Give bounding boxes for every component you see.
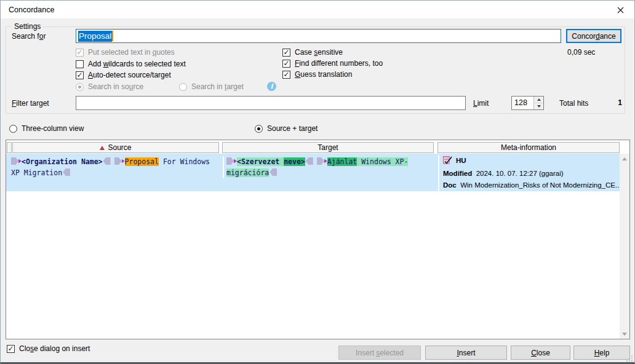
checkbox-box bbox=[282, 49, 290, 57]
language-code: HU bbox=[456, 157, 466, 164]
checkbox-box bbox=[76, 60, 84, 68]
spinner-down-icon[interactable] bbox=[534, 103, 543, 109]
checkbox-box bbox=[282, 60, 290, 68]
search-input-selected-text: Proposal bbox=[78, 31, 112, 42]
modified-entry-icon bbox=[443, 156, 452, 168]
target-cell: <Szervezet neve>Ajánlat Windows XP-migrá… bbox=[223, 156, 434, 178]
checkbox-box bbox=[7, 345, 15, 353]
radio-three-column-view[interactable]: Three-column view bbox=[9, 124, 84, 133]
limit-spinner[interactable]: 128 bbox=[511, 96, 544, 110]
close-tag-icon bbox=[270, 168, 277, 176]
checkbox-box bbox=[76, 49, 84, 57]
results-table: Source Target Meta-information <Organiza… bbox=[6, 140, 630, 339]
source-cell: <Organization Name>Proposal For Windows … bbox=[11, 156, 219, 178]
checkbox-put-quotes[interactable]: Put selected text in quotes bbox=[76, 48, 175, 57]
checkbox-add-wildcards[interactable]: Add wildcards to selected text bbox=[76, 60, 186, 68]
filter-target-label: Filter target bbox=[12, 99, 49, 108]
radio-circle bbox=[255, 125, 263, 133]
checkbox-find-numbers[interactable]: Find different numbers, too bbox=[282, 59, 383, 68]
info-icon[interactable] bbox=[267, 82, 276, 91]
window-title: Concordance bbox=[9, 6, 54, 14]
checkbox-box bbox=[76, 71, 84, 79]
row-marker-column-header bbox=[7, 142, 12, 153]
elapsed-time: 0,09 sec bbox=[567, 48, 595, 57]
limit-label: Limit bbox=[473, 99, 489, 108]
checkbox-close-on-insert[interactable]: Close dialog on insert bbox=[7, 344, 90, 353]
result-row[interactable]: <Organization Name>Proposal For Windows … bbox=[6, 154, 620, 191]
open-tag-icon bbox=[226, 157, 237, 165]
checkbox-auto-detect[interactable]: Auto-detect source/target bbox=[76, 71, 171, 79]
filter-target-input[interactable] bbox=[76, 96, 466, 110]
radio-search-in-source[interactable]: Search in source bbox=[76, 82, 143, 91]
checkbox-guess-translation[interactable]: Guess translation bbox=[282, 70, 352, 79]
doc-value: Win Modernization_Risks of Not Modernizi… bbox=[460, 181, 620, 189]
radio-circle bbox=[9, 125, 17, 133]
insert-selected-button[interactable]: Insert selected bbox=[338, 346, 421, 360]
help-button[interactable]: Help bbox=[573, 346, 630, 360]
radio-search-in-target[interactable]: Search in target bbox=[179, 82, 244, 91]
search-for-label: Search for bbox=[12, 32, 46, 41]
column-header-target[interactable]: Target bbox=[222, 142, 434, 153]
search-input[interactable]: Proposal bbox=[76, 29, 561, 43]
spinner-up-icon[interactable] bbox=[534, 97, 543, 103]
radio-circle bbox=[179, 83, 187, 91]
sort-ascending-icon bbox=[100, 146, 105, 150]
checkbox-box bbox=[282, 71, 290, 79]
close-tag-icon bbox=[63, 168, 70, 176]
open-tag-icon bbox=[11, 157, 22, 165]
scroll-up-icon[interactable] bbox=[620, 154, 629, 164]
text-caret bbox=[112, 31, 113, 41]
close-button[interactable]: Close bbox=[511, 346, 570, 360]
column-header-meta[interactable]: Meta-information bbox=[437, 142, 620, 153]
close-tag-icon bbox=[306, 157, 313, 165]
settings-group-label: Settings bbox=[12, 22, 43, 31]
radio-circle bbox=[76, 83, 84, 91]
open-tag-icon bbox=[114, 157, 125, 165]
close-tag-icon bbox=[103, 157, 111, 165]
checkbox-case-sensitive[interactable]: Case sensitive bbox=[282, 48, 343, 57]
total-hits-label: Total hits bbox=[559, 99, 588, 108]
radio-source-plus-target[interactable]: Source + target bbox=[255, 124, 318, 133]
concordance-button[interactable]: Concordance bbox=[566, 29, 621, 43]
concordance-dialog: Concordance Settings Search for Proposal… bbox=[0, 0, 635, 364]
vertical-scrollbar[interactable] bbox=[620, 154, 629, 339]
scroll-down-icon[interactable] bbox=[620, 329, 629, 339]
insert-button[interactable]: Insert bbox=[425, 346, 507, 360]
open-tag-icon bbox=[317, 157, 327, 165]
limit-value[interactable]: 128 bbox=[512, 97, 533, 109]
resize-grip[interactable] bbox=[626, 355, 633, 362]
meta-cell: HU Modified 2024. 10. 07. 12:27 (ggarai)… bbox=[438, 155, 620, 191]
close-icon[interactable] bbox=[612, 5, 628, 15]
column-header-source[interactable]: Source bbox=[12, 142, 219, 153]
search-hit-highlight: Proposal bbox=[125, 157, 159, 166]
modified-value: 2024. 10. 07. 12:27 (ggarai) bbox=[476, 170, 564, 177]
titlebar: Concordance bbox=[1, 1, 634, 18]
total-hits-value: 1 bbox=[613, 98, 622, 107]
